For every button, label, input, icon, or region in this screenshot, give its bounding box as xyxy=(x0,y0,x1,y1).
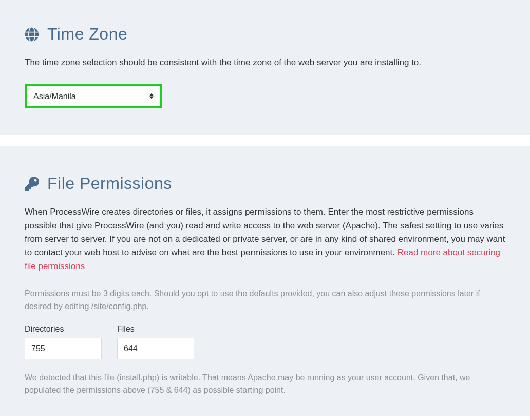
timezone-panel: Time Zone The time zone selection should… xyxy=(0,0,530,135)
timezone-description: The time zone selection should be consis… xyxy=(25,56,505,69)
timezone-select-wrapper: Asia/Manila xyxy=(28,87,159,105)
config-path: /site/config.php xyxy=(91,302,147,311)
files-field-group: Files xyxy=(117,324,194,359)
permissions-note-text2: . xyxy=(146,302,148,311)
files-input[interactable] xyxy=(117,338,194,359)
directories-input[interactable] xyxy=(25,338,102,359)
permissions-title: File Permissions xyxy=(47,174,172,193)
permissions-note: Permissions must be 3 digits each. Shoul… xyxy=(25,288,505,313)
timezone-select[interactable]: Asia/Manila xyxy=(33,92,154,101)
directories-field-group: Directories xyxy=(25,324,102,359)
directories-label: Directories xyxy=(25,324,102,334)
files-label: Files xyxy=(117,324,194,334)
timezone-title: Time Zone xyxy=(47,25,127,44)
globe-icon xyxy=(25,27,39,42)
key-icon xyxy=(25,177,39,191)
permissions-fields: Directories Files xyxy=(25,324,505,359)
permissions-description: When ProcessWire creates directories or … xyxy=(25,205,505,273)
timezone-select-highlight: Asia/Manila xyxy=(25,84,162,108)
permissions-heading: File Permissions xyxy=(25,174,505,193)
permissions-panel: File Permissions When ProcessWire create… xyxy=(0,146,530,416)
permissions-detect-note: We detected that this file (install.php)… xyxy=(25,372,505,397)
timezone-heading: Time Zone xyxy=(25,25,505,44)
